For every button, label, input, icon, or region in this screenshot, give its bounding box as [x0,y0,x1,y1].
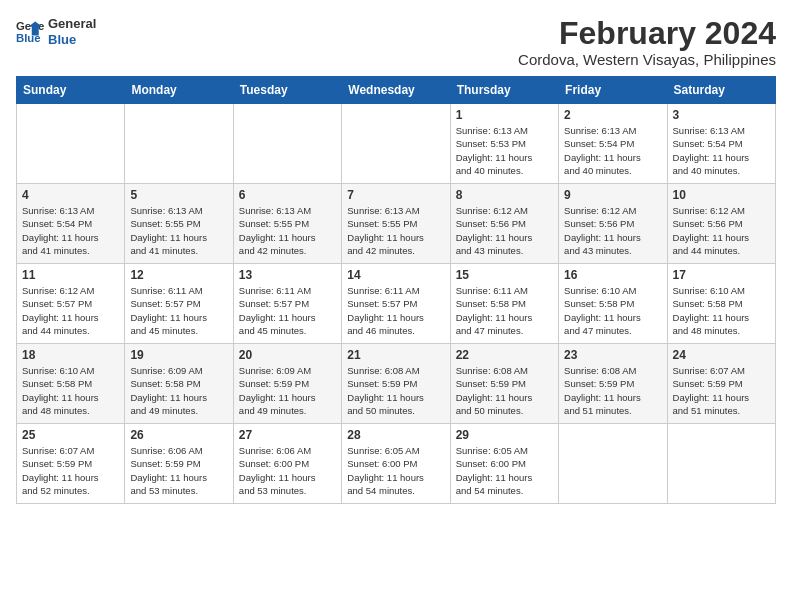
day-info: Sunrise: 6:11 AMSunset: 5:57 PMDaylight:… [347,284,444,337]
day-info: Sunrise: 6:13 AMSunset: 5:55 PMDaylight:… [130,204,227,257]
day-header-saturday: Saturday [667,77,775,104]
day-info: Sunrise: 6:10 AMSunset: 5:58 PMDaylight:… [22,364,119,417]
day-number: 25 [22,428,119,442]
logo-line2: Blue [48,32,96,48]
day-header-monday: Monday [125,77,233,104]
calendar-cell: 25Sunrise: 6:07 AMSunset: 5:59 PMDayligh… [17,424,125,504]
calendar-cell: 24Sunrise: 6:07 AMSunset: 5:59 PMDayligh… [667,344,775,424]
day-info: Sunrise: 6:07 AMSunset: 5:59 PMDaylight:… [22,444,119,497]
week-row-1: 1Sunrise: 6:13 AMSunset: 5:53 PMDaylight… [17,104,776,184]
calendar-cell [667,424,775,504]
calendar-cell: 29Sunrise: 6:05 AMSunset: 6:00 PMDayligh… [450,424,558,504]
calendar-cell: 14Sunrise: 6:11 AMSunset: 5:57 PMDayligh… [342,264,450,344]
day-info: Sunrise: 6:12 AMSunset: 5:57 PMDaylight:… [22,284,119,337]
page-header: General Blue General Blue February 2024 … [16,16,776,68]
day-info: Sunrise: 6:12 AMSunset: 5:56 PMDaylight:… [456,204,553,257]
week-row-3: 11Sunrise: 6:12 AMSunset: 5:57 PMDayligh… [17,264,776,344]
day-number: 10 [673,188,770,202]
day-number: 28 [347,428,444,442]
day-header-tuesday: Tuesday [233,77,341,104]
calendar-cell: 3Sunrise: 6:13 AMSunset: 5:54 PMDaylight… [667,104,775,184]
day-number: 1 [456,108,553,122]
calendar-cell: 4Sunrise: 6:13 AMSunset: 5:54 PMDaylight… [17,184,125,264]
day-number: 16 [564,268,661,282]
day-number: 23 [564,348,661,362]
calendar-cell: 6Sunrise: 6:13 AMSunset: 5:55 PMDaylight… [233,184,341,264]
day-number: 29 [456,428,553,442]
calendar-cell: 1Sunrise: 6:13 AMSunset: 5:53 PMDaylight… [450,104,558,184]
page-subtitle: Cordova, Western Visayas, Philippines [518,51,776,68]
calendar-cell: 10Sunrise: 6:12 AMSunset: 5:56 PMDayligh… [667,184,775,264]
day-number: 4 [22,188,119,202]
calendar-cell: 15Sunrise: 6:11 AMSunset: 5:58 PMDayligh… [450,264,558,344]
day-number: 6 [239,188,336,202]
day-header-friday: Friday [559,77,667,104]
calendar-cell [233,104,341,184]
calendar-cell: 19Sunrise: 6:09 AMSunset: 5:58 PMDayligh… [125,344,233,424]
day-info: Sunrise: 6:10 AMSunset: 5:58 PMDaylight:… [564,284,661,337]
day-info: Sunrise: 6:08 AMSunset: 5:59 PMDaylight:… [347,364,444,417]
week-row-5: 25Sunrise: 6:07 AMSunset: 5:59 PMDayligh… [17,424,776,504]
day-number: 13 [239,268,336,282]
week-row-4: 18Sunrise: 6:10 AMSunset: 5:58 PMDayligh… [17,344,776,424]
calendar-cell: 9Sunrise: 6:12 AMSunset: 5:56 PMDaylight… [559,184,667,264]
calendar-cell: 26Sunrise: 6:06 AMSunset: 5:59 PMDayligh… [125,424,233,504]
day-number: 26 [130,428,227,442]
calendar-cell: 11Sunrise: 6:12 AMSunset: 5:57 PMDayligh… [17,264,125,344]
calendar-cell: 5Sunrise: 6:13 AMSunset: 5:55 PMDaylight… [125,184,233,264]
day-header-sunday: Sunday [17,77,125,104]
calendar-header-row: SundayMondayTuesdayWednesdayThursdayFrid… [17,77,776,104]
day-info: Sunrise: 6:06 AMSunset: 6:00 PMDaylight:… [239,444,336,497]
logo-line1: General [48,16,96,32]
day-header-thursday: Thursday [450,77,558,104]
day-number: 24 [673,348,770,362]
page-title: February 2024 [518,16,776,51]
calendar-body: 1Sunrise: 6:13 AMSunset: 5:53 PMDaylight… [17,104,776,504]
day-number: 12 [130,268,227,282]
calendar-cell: 28Sunrise: 6:05 AMSunset: 6:00 PMDayligh… [342,424,450,504]
day-info: Sunrise: 6:10 AMSunset: 5:58 PMDaylight:… [673,284,770,337]
day-number: 22 [456,348,553,362]
day-info: Sunrise: 6:13 AMSunset: 5:54 PMDaylight:… [564,124,661,177]
day-number: 8 [456,188,553,202]
day-info: Sunrise: 6:12 AMSunset: 5:56 PMDaylight:… [564,204,661,257]
calendar-cell: 18Sunrise: 6:10 AMSunset: 5:58 PMDayligh… [17,344,125,424]
day-info: Sunrise: 6:13 AMSunset: 5:54 PMDaylight:… [673,124,770,177]
day-number: 17 [673,268,770,282]
title-area: February 2024 Cordova, Western Visayas, … [518,16,776,68]
day-header-wednesday: Wednesday [342,77,450,104]
day-info: Sunrise: 6:05 AMSunset: 6:00 PMDaylight:… [456,444,553,497]
day-number: 11 [22,268,119,282]
week-row-2: 4Sunrise: 6:13 AMSunset: 5:54 PMDaylight… [17,184,776,264]
day-number: 7 [347,188,444,202]
day-info: Sunrise: 6:11 AMSunset: 5:58 PMDaylight:… [456,284,553,337]
day-number: 19 [130,348,227,362]
day-info: Sunrise: 6:13 AMSunset: 5:55 PMDaylight:… [347,204,444,257]
day-number: 9 [564,188,661,202]
day-info: Sunrise: 6:11 AMSunset: 5:57 PMDaylight:… [130,284,227,337]
calendar-cell: 23Sunrise: 6:08 AMSunset: 5:59 PMDayligh… [559,344,667,424]
calendar-cell: 20Sunrise: 6:09 AMSunset: 5:59 PMDayligh… [233,344,341,424]
day-info: Sunrise: 6:06 AMSunset: 5:59 PMDaylight:… [130,444,227,497]
day-number: 5 [130,188,227,202]
day-info: Sunrise: 6:13 AMSunset: 5:54 PMDaylight:… [22,204,119,257]
day-info: Sunrise: 6:05 AMSunset: 6:00 PMDaylight:… [347,444,444,497]
day-info: Sunrise: 6:13 AMSunset: 5:53 PMDaylight:… [456,124,553,177]
calendar-cell [342,104,450,184]
day-info: Sunrise: 6:09 AMSunset: 5:59 PMDaylight:… [239,364,336,417]
calendar-cell [559,424,667,504]
calendar-cell: 27Sunrise: 6:06 AMSunset: 6:00 PMDayligh… [233,424,341,504]
day-number: 15 [456,268,553,282]
day-number: 21 [347,348,444,362]
calendar-cell: 16Sunrise: 6:10 AMSunset: 5:58 PMDayligh… [559,264,667,344]
calendar-cell: 13Sunrise: 6:11 AMSunset: 5:57 PMDayligh… [233,264,341,344]
calendar-cell: 12Sunrise: 6:11 AMSunset: 5:57 PMDayligh… [125,264,233,344]
day-number: 3 [673,108,770,122]
day-number: 2 [564,108,661,122]
day-number: 14 [347,268,444,282]
calendar-cell: 21Sunrise: 6:08 AMSunset: 5:59 PMDayligh… [342,344,450,424]
calendar-table: SundayMondayTuesdayWednesdayThursdayFrid… [16,76,776,504]
day-number: 20 [239,348,336,362]
day-number: 27 [239,428,336,442]
calendar-cell: 7Sunrise: 6:13 AMSunset: 5:55 PMDaylight… [342,184,450,264]
